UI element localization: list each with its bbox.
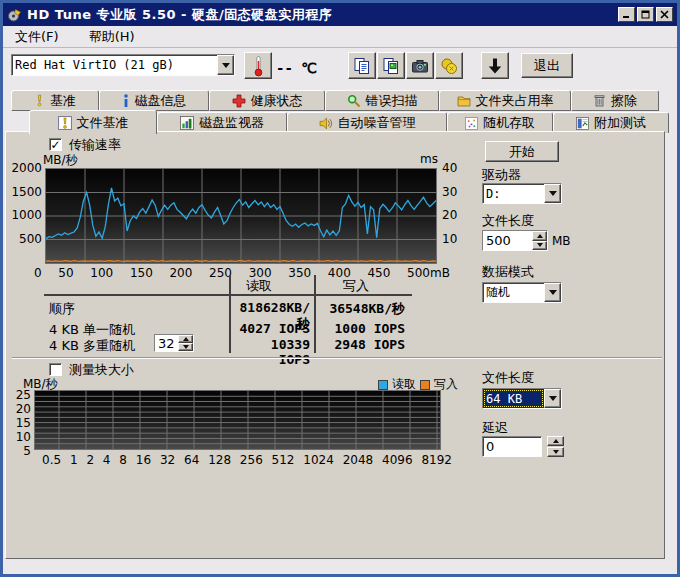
transfer-rate-chart xyxy=(45,168,437,264)
temperature-unit: ℃ xyxy=(301,60,317,76)
tab-random-access[interactable]: 随机存取 xyxy=(447,112,553,133)
tick-label: 500mB xyxy=(407,266,450,280)
file-length-unit: MB xyxy=(552,234,571,248)
tick-label: 10 xyxy=(16,430,31,444)
delay-up-button[interactable] xyxy=(547,436,564,446)
maximize-icon xyxy=(641,10,650,19)
tab-label: 健康状态 xyxy=(251,92,303,110)
block-file-length-arrow[interactable] xyxy=(544,389,561,408)
delay-stepper[interactable] xyxy=(547,436,564,457)
tick-label: 4 xyxy=(103,453,111,467)
tick-label: 2048 xyxy=(343,453,374,467)
drive-select-arrow[interactable] xyxy=(217,55,234,75)
tick-label: 10 xyxy=(442,232,466,246)
row-4k-multi-label: 4 KB 多重随机 xyxy=(49,337,135,355)
file-length-stepper[interactable]: 500 xyxy=(482,230,548,251)
data-mode-dropdown[interactable]: 随机 xyxy=(482,282,562,303)
file-length-down-button[interactable] xyxy=(532,241,547,251)
delay-label: 延迟 xyxy=(482,419,508,437)
up-arrow-icon xyxy=(537,234,543,238)
start-button[interactable]: 开始 xyxy=(485,141,559,162)
tab-label: 磁盘监视器 xyxy=(199,114,264,132)
tab-erase[interactable]: 擦除 xyxy=(571,90,659,111)
screenshot-button[interactable] xyxy=(406,52,434,79)
tick-label: 0 xyxy=(34,266,42,280)
up-arrow-icon xyxy=(553,439,559,443)
tab-label: 文件夹占用率 xyxy=(476,92,554,110)
exclamation-icon xyxy=(34,94,45,107)
queue-depth-up-button[interactable] xyxy=(178,335,193,343)
file-length-value: 500 xyxy=(483,231,532,250)
copy-image-icon xyxy=(382,57,400,75)
copy-image-button[interactable] xyxy=(377,52,405,79)
tab-auto-acoustic[interactable]: 自动噪音管理 xyxy=(287,112,447,133)
random-dots-icon xyxy=(465,117,478,130)
tab-label: 基准 xyxy=(50,92,76,110)
drive-select[interactable]: Red Hat VirtIO (21 gB) xyxy=(11,54,235,76)
temperature-value: -- xyxy=(276,60,293,76)
app-icon xyxy=(7,7,22,22)
tab-label: 随机存取 xyxy=(483,114,535,132)
block-chart-xticks: 0.512481632641282565121024204840968192 xyxy=(42,453,452,467)
menu-help[interactable]: 帮助(H) xyxy=(85,27,139,47)
drive-select-value: Red Hat VirtIO (21 gB) xyxy=(12,55,217,75)
down-arrow-icon xyxy=(553,450,559,454)
queue-depth-down-button[interactable] xyxy=(178,343,193,351)
coins-icon xyxy=(440,57,458,75)
tab-label: 文件基准 xyxy=(77,114,129,132)
block-size-chart xyxy=(34,390,441,450)
tab-row-1: 基准 磁盘信息 健康状态 错误扫描 文件夹占用率 擦除 xyxy=(11,90,659,111)
write-legend-swatch xyxy=(420,380,430,390)
start-button-label: 开始 xyxy=(509,143,535,161)
tick-label: 1 xyxy=(70,453,78,467)
tab-error-scan[interactable]: 错误扫描 xyxy=(325,90,439,111)
transfer-rate-plot xyxy=(46,169,436,263)
data-mode-value: 随机 xyxy=(483,283,544,302)
tick-label: 256 xyxy=(240,453,263,467)
delay-down-button[interactable] xyxy=(547,447,564,457)
transfer-rate-checkbox[interactable]: ✓ xyxy=(49,138,62,151)
tab-disk-info[interactable]: 磁盘信息 xyxy=(99,90,209,111)
tick-label: 8192 xyxy=(421,453,452,467)
tab-file-benchmark[interactable]: 文件基准 xyxy=(29,110,157,134)
drive-dropdown-arrow[interactable] xyxy=(544,184,561,203)
export-button[interactable] xyxy=(481,52,509,79)
tab-disk-monitor[interactable]: 磁盘监视器 xyxy=(157,112,287,133)
title-bar: HD Tune 专业版 5.50 - 硬盘/固态硬盘实用程序 xyxy=(3,3,677,26)
delay-input[interactable]: 0 xyxy=(482,436,542,457)
folder-icon xyxy=(457,95,471,107)
file-length-up-button[interactable] xyxy=(532,231,547,241)
copy-text-button[interactable] xyxy=(348,52,376,79)
tick-label: 128 xyxy=(208,453,231,467)
trash-icon xyxy=(593,94,606,107)
temperature-button[interactable] xyxy=(244,52,272,79)
maximize-button[interactable] xyxy=(637,7,654,22)
tab-benchmark[interactable]: 基准 xyxy=(11,90,99,111)
menu-file[interactable]: 文件(F) xyxy=(11,27,63,47)
exit-button[interactable]: 退出 xyxy=(521,53,573,78)
main-chart-y2label: ms xyxy=(420,152,438,166)
toolbar: Red Hat VirtIO (21 gB) -- ℃ xyxy=(3,49,677,87)
tick-label: 64 xyxy=(184,453,199,467)
tab-extra-tests[interactable]: 附加测试 xyxy=(553,112,669,133)
block-file-length-dropdown[interactable]: 64 KB xyxy=(482,388,562,409)
drive-label: 驱动器 xyxy=(482,166,521,184)
queue-depth-stepper[interactable]: 32 xyxy=(154,334,194,352)
drive-dropdown[interactable]: D: xyxy=(482,183,562,204)
tab-folder-usage[interactable]: 文件夹占用率 xyxy=(439,90,571,111)
tab-health[interactable]: 健康状态 xyxy=(209,90,325,111)
data-mode-arrow[interactable] xyxy=(544,283,561,302)
delay-value: 0 xyxy=(486,439,494,454)
close-button[interactable] xyxy=(656,7,673,22)
menu-bar: 文件(F) 帮助(H) xyxy=(3,26,677,48)
tick-label: 20 xyxy=(442,208,466,222)
minimize-button[interactable] xyxy=(618,7,635,22)
app-window: HD Tune 专业版 5.50 - 硬盘/固态硬盘实用程序 文件(F) 帮助(… xyxy=(0,0,680,577)
save-results-button[interactable] xyxy=(435,52,463,79)
checkmark-icon: ✓ xyxy=(50,139,60,151)
main-chart-yticks: 200015001000500 xyxy=(10,161,42,246)
main-chart-ylabel: MB/秒 xyxy=(43,152,78,169)
tick-label: 15 xyxy=(16,416,31,430)
block-size-checkbox[interactable] xyxy=(49,363,62,376)
tick-label: 20 xyxy=(16,402,31,416)
